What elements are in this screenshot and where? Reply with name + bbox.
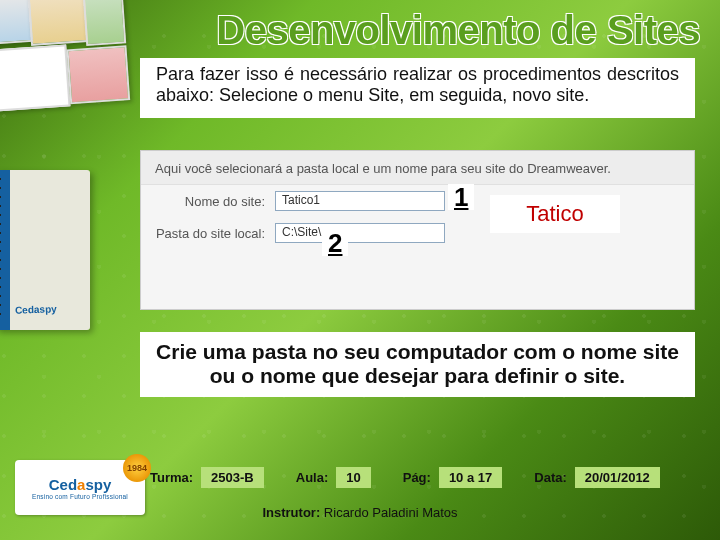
dw-label-local-folder: Pasta do site local: <box>155 226 275 241</box>
callout-tatico: Tatico <box>490 195 620 233</box>
step-marker-2: 2 <box>322 230 348 256</box>
aula-label: Aula: <box>296 470 329 485</box>
instruction-bottom: Crie uma pasta no seu computador com o n… <box>140 332 695 397</box>
turma-value: 2503-B <box>201 467 264 488</box>
instructor-label: Instrutor: <box>262 505 320 520</box>
logo-text: Cedaspy <box>49 476 112 493</box>
pag-value: 10 a 17 <box>439 467 502 488</box>
aula-value: 10 <box>336 467 370 488</box>
pag-label: Pág: <box>403 470 431 485</box>
dw-input-local-folder[interactable]: C:\Site\ <box>275 223 445 243</box>
logo-tagline: Ensino com Futuro Profissional <box>32 493 128 500</box>
page-title: Desenvolvimento de Sites <box>150 8 700 53</box>
dw-input-site-name[interactable]: Tatico1 <box>275 191 445 211</box>
dw-header-text: Aqui você selecionará a pasta local e um… <box>141 151 694 185</box>
decorative-notebook: Cedaspy <box>0 170 90 330</box>
logo-badge: 1984 <box>123 454 151 482</box>
data-label: Data: <box>534 470 567 485</box>
data-value: 20/01/2012 <box>575 467 660 488</box>
instruction-top: Para fazer isso é necessário realizar os… <box>140 58 695 118</box>
footer-meta: Turma: 2503-B Aula: 10 Pág: 10 a 17 Data… <box>150 467 700 488</box>
turma-label: Turma: <box>150 470 193 485</box>
dw-label-site-name: Nome do site: <box>155 194 275 209</box>
step-marker-1: 1 <box>448 184 474 210</box>
instructor-line: Instrutor: Ricardo Paladini Matos <box>0 505 720 520</box>
instructor-name: Ricardo Paladini Matos <box>324 505 458 520</box>
